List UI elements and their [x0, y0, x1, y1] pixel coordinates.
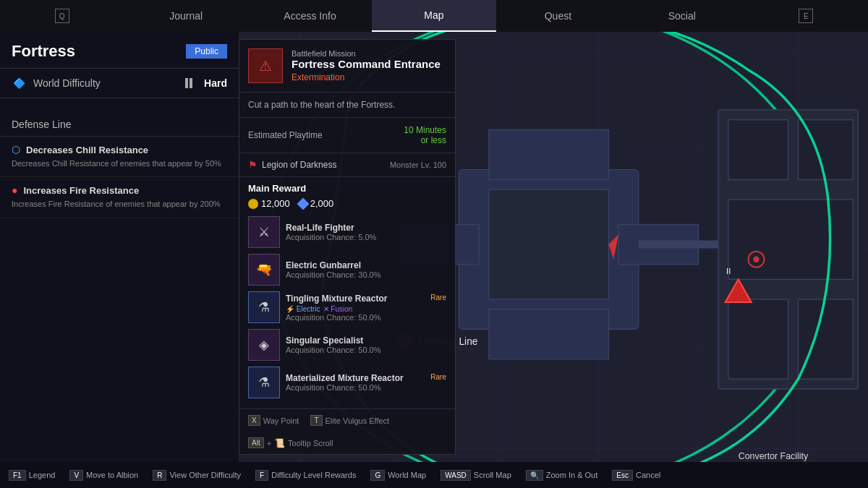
item-name-3: Singular Specialist — [286, 335, 446, 346]
svg-rect-16 — [489, 189, 609, 299]
legend-label: Legend — [29, 471, 56, 479]
elite-label: Elite Vulgus Effect — [326, 416, 390, 425]
other-diff-label: View Other Difficulty — [169, 471, 241, 479]
fire-name: Increases Fire Resistance — [23, 185, 139, 196]
zoom-label: Zoom In & Out — [546, 471, 598, 479]
main-area: Defense Line Convertor Facility II Fortr… — [0, 32, 868, 462]
item-icon-4: ⚗ — [248, 367, 280, 398]
item-info-3: Singular Specialist Acquisition Chance: … — [286, 335, 446, 354]
rare-badge-4: Rare — [430, 373, 446, 381]
rare-badge-2: Rare — [430, 294, 446, 301]
albion-label: Move to Albion — [86, 471, 138, 479]
item-name-1: Electric Gunbarrel — [286, 260, 446, 270]
f1-key: F1 — [9, 470, 26, 481]
item-info-0: Real-Life Fighter Acquisition Chance: 5.… — [286, 223, 446, 241]
nav-journal[interactable]: Journal — [124, 0, 247, 32]
svg-rect-26 — [798, 299, 853, 379]
item-name-2: Tingling Mixture Reactor — [286, 294, 387, 304]
nav-access-info[interactable]: Access Info — [248, 0, 372, 32]
reward-section: Main Reward 12,000 2,000 ⚔ Real-Life Fig… — [239, 177, 455, 408]
difficulty-hint[interactable]: R View Other Difficulty — [153, 470, 241, 481]
item-icon-3: ◈ — [248, 329, 280, 361]
reward-currency: 12,000 2,000 — [248, 198, 446, 209]
legend-hint[interactable]: F1 Legend — [9, 470, 55, 481]
mission-name: Fortress Command Entrance — [292, 58, 446, 71]
item-name-4: Materialized Mixture Reactor — [286, 373, 404, 383]
difficulty-value: Hard — [204, 77, 227, 89]
rewards-label: Difficulty Level Rewards — [271, 471, 356, 479]
f-key: F — [255, 470, 268, 481]
playtime-row: Estimated Playtime 10 Minutesor less — [239, 118, 455, 153]
item-info-2: Tingling Mixture Reactor Rare ⚡ Electric… — [286, 294, 446, 322]
scroll-map-label: Scroll Map — [474, 471, 511, 479]
scroll-label: Tooltip Scroll — [288, 439, 333, 448]
difficulty-row: 🔷 World Difficulty Hard — [0, 69, 239, 98]
modifier-fire: ● Increases Fire Resistance Increases Fi… — [0, 177, 239, 218]
waypoint-label: Way Point — [263, 416, 299, 425]
wasd-key: WASD — [441, 470, 471, 481]
public-badge[interactable]: Public — [186, 44, 227, 59]
reward-item-2: ⚗ Tingling Mixture Reactor Rare ⚡ Electr… — [248, 290, 446, 325]
q-icon: Q — [55, 9, 69, 23]
e-icon: E — [799, 9, 813, 23]
enemy-icon: ⚑ — [248, 159, 258, 171]
fire-icon: ● — [12, 184, 17, 196]
playtime-value: 10 Minutesor less — [404, 125, 446, 145]
nav-e[interactable]: E — [744, 0, 868, 32]
item-icon-2: ⚗ — [248, 291, 280, 323]
map-label-nav: Map — [424, 9, 443, 21]
worldmap-hint[interactable]: G World Map — [370, 470, 426, 481]
social-label: Social — [668, 10, 696, 22]
mission-header: ⚠ Battlefield Mission Fortress Command E… — [239, 40, 455, 93]
r-key: R — [153, 470, 166, 481]
svg-rect-24 — [728, 200, 853, 279]
difficulty-label: World Difficulty — [33, 77, 178, 89]
tag-electric: ⚡ Electric — [286, 305, 320, 313]
cancel-label: Cancel — [636, 471, 660, 479]
item-info-4: Materialized Mixture Reactor Rare Acquis… — [286, 373, 446, 392]
left-panel: Fortress Public 🔷 World Difficulty Hard … — [0, 32, 239, 462]
reward-item-1: 🔫 Electric Gunbarrel Acquisition Chance:… — [248, 252, 446, 287]
nav-social[interactable]: Social — [620, 0, 744, 32]
plus-sign: + — [267, 439, 271, 448]
zoom-key: 🔍 — [526, 470, 543, 481]
reward-title: Main Reward — [248, 183, 446, 194]
elite-hint: T Elite Vulgus Effect — [310, 415, 389, 426]
svg-text:II: II — [726, 267, 731, 275]
enemy-name-area: ⚑ Legion of Darkness — [248, 159, 336, 171]
mission-subtype: Extermination — [292, 72, 446, 82]
tag-fusion: ✕ Fusion — [323, 305, 353, 313]
svg-rect-22 — [728, 120, 788, 180]
reward-item-4: ⚗ Materialized Mixture Reactor Rare Acqu… — [248, 365, 446, 400]
item-chance-3: Acquisition Chance: 50.0% — [286, 346, 446, 354]
item-info-1: Electric Gunbarrel Acquisition Chance: 3… — [286, 260, 446, 279]
reward-item-3: ◈ Singular Specialist Acquisition Chance… — [248, 328, 446, 362]
item-icon-0: ⚔ — [248, 216, 280, 248]
nav-quest[interactable]: Quest — [496, 0, 620, 32]
gold-icon — [248, 199, 258, 209]
modifier-chill-header: ⬡ Decreases Chill Resistance — [12, 144, 227, 155]
rewards-hint[interactable]: F Difficulty Level Rewards — [255, 470, 356, 481]
worldmap-label: World Map — [388, 471, 426, 479]
panel-title: Fortress — [12, 42, 75, 61]
cancel-hint[interactable]: Esc Cancel — [612, 470, 660, 481]
nav-q[interactable]: Q — [0, 0, 124, 32]
mission-popup: ⚠ Battlefield Mission Fortress Command E… — [239, 39, 456, 455]
svg-rect-20 — [489, 309, 609, 359]
svg-point-31 — [753, 257, 759, 262]
item-chance-1: Acquisition Chance: 30.0% — [286, 270, 446, 279]
fire-desc: Increases Fire Resistance of enemies tha… — [12, 199, 227, 210]
albion-hint[interactable]: V Move to Albion — [69, 470, 138, 481]
nav-map[interactable]: Map — [372, 0, 495, 32]
crystal-value: 2,000 — [310, 198, 334, 209]
modifier-chill: ⬡ Decreases Chill Resistance Decreases C… — [0, 137, 239, 177]
diff-bar-2 — [190, 78, 192, 88]
mission-text: Battlefield Mission Fortress Command Ent… — [292, 49, 446, 82]
mission-type: Battlefield Mission — [292, 49, 446, 58]
access-info-label: Access Info — [284, 10, 336, 22]
bottom-bar: F1 Legend V Move to Albion R View Other … — [0, 462, 868, 488]
waypoint-key: X — [248, 415, 260, 426]
zoom-hint[interactable]: 🔍 Zoom In & Out — [526, 470, 598, 481]
scroll-map-hint[interactable]: WASD Scroll Map — [441, 470, 511, 481]
diff-bar-1 — [185, 78, 188, 88]
